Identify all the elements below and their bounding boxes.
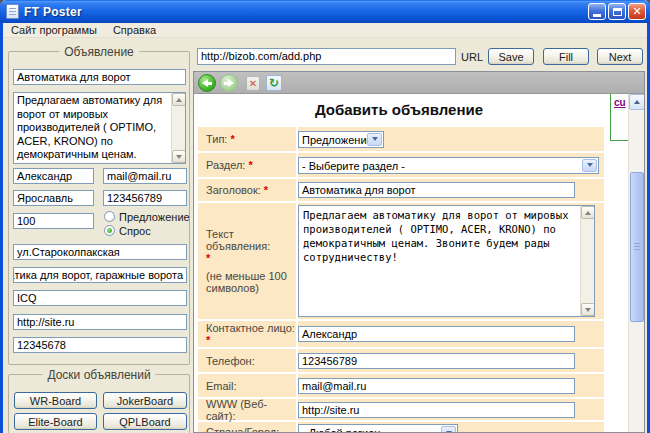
- embedded-browser: ✕ ↻ cu Добавить объявление Тип: * Предло…: [193, 71, 645, 433]
- form-row-www: WWW (Веб-сайт): http://site.ru: [198, 399, 604, 420]
- contact-label-cell: Контактное лицо: *: [198, 321, 296, 347]
- stop-icon: ✕: [249, 78, 257, 89]
- jokerboard-button[interactable]: JokerBoard: [103, 392, 187, 409]
- ad-text-value: Предлагаем автоматику для ворот от миров…: [14, 93, 171, 163]
- next-button[interactable]: Next: [597, 48, 643, 65]
- qplboard-button[interactable]: QPLBoard: [103, 413, 187, 430]
- web-form: Тип: * Предложение Раздел: *: [198, 127, 604, 432]
- minimize-button[interactable]: [588, 3, 606, 20]
- scroll-up-icon[interactable]: [629, 94, 644, 110]
- window-border-left: [0, 0, 3, 433]
- minimize-icon: [593, 14, 601, 17]
- ad-text-textarea[interactable]: Предлагаем автоматику для ворот от миров…: [13, 92, 186, 164]
- wr-board-button[interactable]: WR-Board: [14, 392, 97, 409]
- refresh-button[interactable]: ↻: [266, 75, 282, 91]
- form-row-email: Email: mail@mail.ru: [198, 374, 604, 397]
- url-input[interactable]: http://bizob.com/add.php: [197, 48, 456, 65]
- contact-page-input[interactable]: Александр: [298, 326, 575, 342]
- scroll-up-icon[interactable]: [581, 206, 595, 219]
- required-asterisk: *: [264, 184, 268, 196]
- heading-input[interactable]: Автоматика для ворот: [298, 182, 575, 198]
- region-select[interactable]: - Любой регион -: [298, 424, 458, 432]
- elite-board-button[interactable]: Elite-Board: [14, 413, 97, 430]
- page-title: Добавить объявление: [194, 101, 604, 118]
- price-input[interactable]: 100: [13, 213, 94, 229]
- keywords-input[interactable]: томатика для ворот, гаражные ворота: [13, 267, 187, 283]
- refresh-icon: ↻: [269, 76, 279, 90]
- radio-demand-icon[interactable]: [104, 225, 115, 236]
- close-icon: ✕: [632, 6, 641, 17]
- forward-arrow-icon: [224, 79, 234, 87]
- icq-input[interactable]: ICQ: [13, 290, 187, 306]
- app-window: FT Poster ✕ Сайт программы Справка Объяв…: [0, 0, 650, 433]
- stop-button[interactable]: ✕: [246, 76, 260, 91]
- scroll-down-icon[interactable]: [172, 150, 186, 163]
- web-page: cu Добавить объявление Тип: * Предложени…: [194, 94, 644, 432]
- number-input[interactable]: 12345678: [13, 337, 187, 353]
- section-select[interactable]: - Выберите раздел -: [298, 157, 599, 174]
- save-button[interactable]: Save: [488, 48, 534, 65]
- close-button[interactable]: ✕: [628, 3, 646, 20]
- address-input[interactable]: ул.Староколпакская: [13, 244, 187, 260]
- titlebar[interactable]: FT Poster ✕: [0, 0, 650, 23]
- required-asterisk: *: [206, 252, 296, 264]
- chevron-down-icon[interactable]: [582, 159, 597, 172]
- form-row-type: Тип: * Предложение: [198, 127, 604, 151]
- email-page-input[interactable]: mail@mail.ru: [298, 378, 575, 394]
- form-row-section: Раздел: * - Выберите раздел -: [198, 153, 604, 177]
- phone-input[interactable]: 123456789: [103, 190, 187, 206]
- page-textarea-scrollbar[interactable]: [580, 206, 594, 316]
- form-row-heading: Заголовок: * Автоматика для ворот: [198, 179, 604, 201]
- type-select[interactable]: Предложение: [298, 131, 384, 148]
- radio-demand[interactable]: Спрос: [104, 224, 151, 237]
- radio-offer-icon[interactable]: [104, 211, 115, 222]
- email-label-cell: Email:: [198, 374, 296, 397]
- radio-offer-label: Предложение: [119, 211, 190, 223]
- required-asterisk: *: [206, 334, 296, 346]
- text-label-cell: Текст объявления: * (не меньше 100 симво…: [198, 203, 296, 319]
- menu-site[interactable]: Сайт программы: [3, 23, 105, 37]
- region-label-cell: Страна/Город:: [198, 422, 296, 432]
- website-input[interactable]: http://site.ru: [13, 314, 187, 330]
- scroll-down-icon[interactable]: [581, 303, 595, 316]
- url-label: URL: [461, 51, 483, 63]
- email-input[interactable]: mail@mail.ru: [103, 168, 187, 184]
- required-asterisk: *: [230, 133, 234, 145]
- heading-label-cell: Заголовок: *: [198, 179, 296, 201]
- phone-label-cell: Телефон:: [198, 349, 296, 372]
- maximize-button[interactable]: [608, 3, 626, 20]
- page-scrollbar[interactable]: [628, 94, 644, 432]
- www-label-cell: WWW (Веб-сайт):: [198, 399, 296, 420]
- www-page-input[interactable]: http://site.ru: [298, 402, 575, 418]
- ad-text-page-textarea[interactable]: Предлагаем автоматику для ворот от миров…: [298, 205, 595, 317]
- form-row-contact: Контактное лицо: * Александр: [198, 321, 604, 347]
- type-label-cell: Тип: *: [198, 127, 296, 151]
- radio-demand-label: Спрос: [119, 225, 151, 237]
- ad-groupbox-title: Объявление: [59, 45, 139, 59]
- ad-text-scrollbar[interactable]: [171, 93, 185, 163]
- fill-button[interactable]: Fill: [543, 48, 589, 65]
- scroll-up-icon[interactable]: [172, 93, 186, 106]
- window-title: FT Poster: [24, 5, 82, 19]
- form-row-phone: Телефон: 123456789: [198, 349, 604, 372]
- counter-link[interactable]: cu: [614, 97, 626, 108]
- back-button[interactable]: [198, 74, 216, 92]
- phone-page-input[interactable]: 123456789: [298, 353, 575, 369]
- browser-toolbar: ✕ ↻: [194, 72, 644, 94]
- text-note: (не меньше 100 символов): [206, 270, 292, 294]
- required-asterisk: *: [248, 159, 252, 171]
- chevron-down-icon[interactable]: [367, 133, 382, 146]
- boards-groupbox-title: Доски объявлений: [42, 368, 155, 382]
- radio-offer[interactable]: Предложение: [104, 210, 190, 223]
- menubar: Сайт программы Справка: [3, 23, 647, 38]
- form-row-region: Страна/Город: - Любой регион -: [198, 422, 604, 432]
- menu-help[interactable]: Справка: [105, 23, 164, 37]
- scrollbar-thumb[interactable]: [630, 172, 644, 322]
- city-input[interactable]: Ярославль: [13, 190, 94, 206]
- ad-text-page-value: Предлагаем автоматику для ворот от миров…: [299, 206, 580, 316]
- chevron-down-icon[interactable]: [441, 426, 456, 432]
- back-arrow-icon: [202, 79, 212, 87]
- forward-button[interactable]: [220, 74, 238, 92]
- ad-title-input[interactable]: Автоматика для ворот: [13, 69, 186, 85]
- contact-name-input[interactable]: Александр: [13, 168, 94, 184]
